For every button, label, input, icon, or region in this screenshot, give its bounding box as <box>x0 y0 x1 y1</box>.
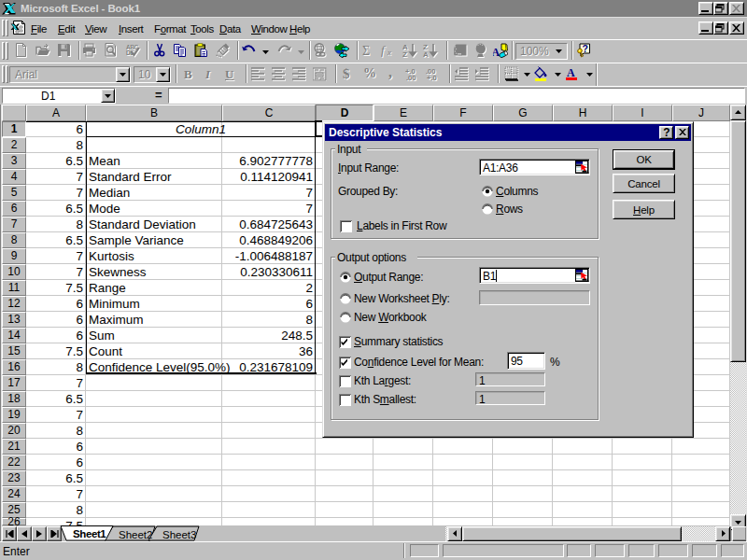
svg-text:A: A <box>567 66 575 79</box>
svg-text:A: A <box>493 46 500 59</box>
svg-text:f: f <box>381 43 387 57</box>
svg-text:+.0: +.0 <box>427 74 437 81</box>
svg-text:.00: .00 <box>406 74 416 81</box>
svg-text:Σ: Σ <box>362 44 370 58</box>
svg-text:?: ? <box>583 43 588 54</box>
svg-text:A: A <box>423 50 429 59</box>
svg-text:Z: Z <box>402 50 407 59</box>
svg-text:x: x <box>387 48 391 57</box>
